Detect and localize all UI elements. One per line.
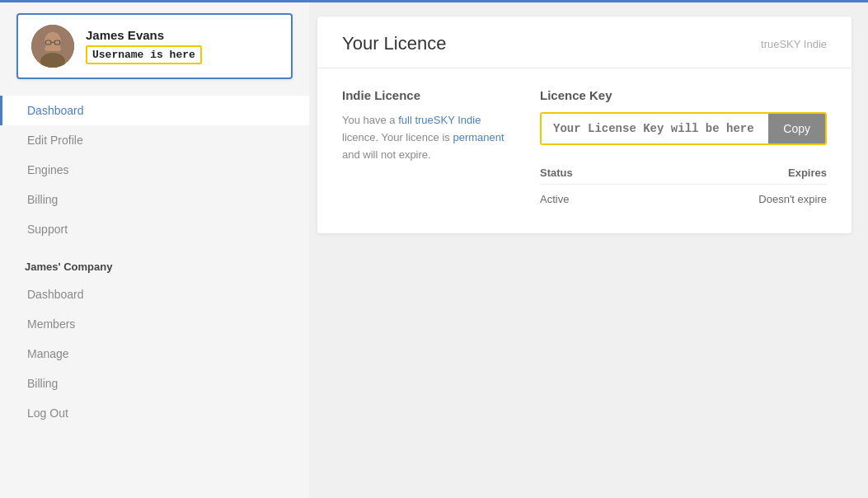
sidebar-item-edit-profile[interactable]: Edit Profile [0,125,309,155]
licence-key-section: Licence Key Copy Status Expires Activ [540,88,827,214]
username-display: Username is here [86,45,202,64]
table-row: Active Doesn't expire [540,185,827,214]
personal-nav: Dashboard Edit Profile Engines Billing S… [0,96,309,244]
user-card: James Evans Username is here [16,13,293,79]
copy-button[interactable]: Copy [768,114,825,143]
company-nav: Dashboard Members Manage Billing Log Out [0,280,309,428]
licence-info: Indie Licence You have a full trueSKY In… [342,88,507,214]
svg-rect-5 [45,46,61,51]
sidebar-item-engines[interactable]: Engines [0,155,309,185]
licence-description: You have a full trueSKY Indie licence. Y… [342,112,507,163]
main-content: Your Licence trueSKY Indie Indie Licence… [309,0,868,498]
status-value: Active [540,185,633,214]
key-input-row: Copy [540,112,827,145]
licence-type: Indie Licence [342,88,507,102]
card-body: Indie Licence You have a full trueSKY In… [317,68,852,233]
sidebar-item-company-dashboard[interactable]: Dashboard [0,280,309,309]
key-label: Licence Key [540,88,827,102]
sidebar-item-billing[interactable]: Billing [0,185,309,214]
status-table: Status Expires Active Doesn't expire [540,162,827,214]
user-info: James Evans Username is here [86,28,202,64]
sidebar-item-logout[interactable]: Log Out [0,398,309,428]
company-section-label: James' Company [0,244,309,280]
sidebar-item-company-billing[interactable]: Billing [0,369,309,398]
licence-link-full[interactable]: full trueSKY Indie [398,114,481,126]
sidebar-item-dashboard[interactable]: Dashboard [0,96,309,125]
licence-card: Your Licence trueSKY Indie Indie Licence… [317,16,852,233]
licence-link-permanent[interactable]: permanent [453,131,504,143]
expires-value: Doesn't expire [633,185,827,214]
sidebar-item-members[interactable]: Members [0,309,309,339]
card-header: Your Licence trueSKY Indie [317,16,852,68]
licence-key-input[interactable] [542,114,768,143]
licence-desc-3: and will not expire. [342,148,431,161]
sidebar: James Evans Username is here Dashboard E… [0,0,309,498]
status-col-header: Status [540,162,633,185]
avatar-image [31,25,74,68]
sidebar-item-manage[interactable]: Manage [0,339,309,369]
card-title: Your Licence [342,33,446,54]
user-name: James Evans [86,28,202,42]
card-subtitle: trueSKY Indie [761,38,827,50]
licence-desc-1: You have a [342,114,398,126]
sidebar-item-support[interactable]: Support [0,214,309,244]
expires-col-header: Expires [633,162,827,185]
avatar [31,25,74,68]
licence-desc-2: licence. Your licence is [342,131,453,143]
